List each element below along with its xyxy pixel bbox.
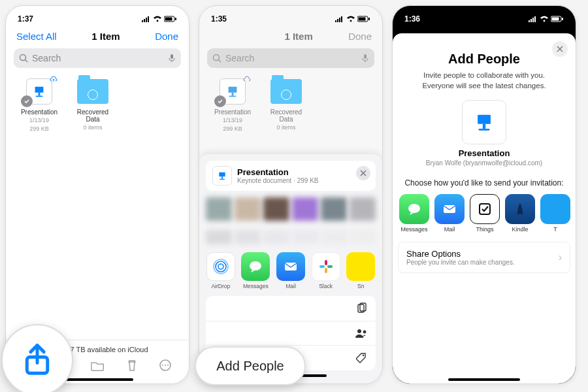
svg-rect-12 xyxy=(35,87,44,93)
app-messages[interactable]: Messages xyxy=(399,194,429,233)
svg-rect-7 xyxy=(175,18,176,20)
file-name: Presentation xyxy=(21,108,57,116)
tag-icon xyxy=(356,352,368,364)
svg-rect-55 xyxy=(531,19,532,22)
select-all-button[interactable]: Select All xyxy=(16,31,57,42)
svg-point-58 xyxy=(544,20,546,22)
svg-rect-34 xyxy=(229,87,237,93)
search-icon xyxy=(212,54,221,63)
app-more[interactable]: T xyxy=(540,194,570,233)
status-time: 1:35 xyxy=(211,14,227,24)
folder-name: Recovered Data xyxy=(263,108,309,123)
app-things[interactable]: Things xyxy=(470,194,500,233)
app-messages[interactable]: Messages xyxy=(241,252,271,289)
airdrop-contacts-row-2[interactable] xyxy=(206,223,376,247)
svg-rect-63 xyxy=(483,124,485,129)
home-indicator[interactable] xyxy=(448,378,520,381)
app-airdrop[interactable]: AirDrop xyxy=(206,252,236,289)
svg-point-52 xyxy=(363,331,367,334)
svg-rect-13 xyxy=(39,93,41,96)
invite-apps-row: Messages Mail Things Kindle T xyxy=(393,188,576,235)
svg-rect-36 xyxy=(229,95,237,97)
action-copy[interactable]: Copy xyxy=(206,296,376,321)
done-button[interactable]: Done xyxy=(155,31,178,42)
svg-rect-64 xyxy=(479,129,490,131)
svg-rect-44 xyxy=(285,263,297,270)
status-bar: 1:37 xyxy=(6,6,189,25)
files-grid: Presentation 1/13/19 299 KB Recovered Da… xyxy=(6,74,189,135)
svg-rect-47 xyxy=(325,268,327,273)
svg-rect-3 xyxy=(148,16,149,22)
app-mail[interactable]: Mail xyxy=(276,252,306,289)
icloud-upload-icon xyxy=(243,76,251,85)
wifi-icon xyxy=(540,16,549,22)
battery-icon xyxy=(164,16,177,22)
grid-item-folder[interactable]: Recovered Data 0 items xyxy=(70,77,116,133)
status-bar: 1:35 xyxy=(199,6,382,25)
search-field[interactable]: Search xyxy=(14,48,181,68)
done-button: Done xyxy=(348,31,372,42)
search-icon xyxy=(19,54,28,63)
share-apps-row: AirDrop Messages Mail Slack Sn xyxy=(206,247,376,292)
svg-point-65 xyxy=(408,204,420,213)
share-item-sub: Keynote document · 299 KB xyxy=(237,177,319,184)
add-people-icon xyxy=(355,328,368,338)
svg-rect-32 xyxy=(364,54,367,59)
close-button[interactable] xyxy=(356,166,370,180)
card-heading: Add People xyxy=(393,52,576,67)
share-options-row[interactable]: Share Options People you invite can make… xyxy=(398,242,570,273)
folder-meta: 0 items xyxy=(83,124,102,131)
svg-rect-2 xyxy=(146,18,147,22)
folder-name: Recovered Data xyxy=(70,108,116,123)
header-title: 1 Item xyxy=(91,31,120,42)
add-people-card: Add People Invite people to collaborate … xyxy=(393,33,576,384)
choose-label: Choose how you'd like to send your invit… xyxy=(393,178,576,188)
file-date: 1/13/19 xyxy=(29,117,49,124)
svg-rect-54 xyxy=(529,20,530,22)
status-time: 1:37 xyxy=(18,14,33,24)
svg-rect-0 xyxy=(142,20,143,22)
app-kindle[interactable]: Kindle xyxy=(505,194,535,233)
header-title: 1 Item xyxy=(284,31,312,42)
share-options-sub: People you invite can make changes. xyxy=(406,259,515,266)
svg-point-4 xyxy=(157,20,159,22)
svg-rect-23 xyxy=(337,19,338,22)
app-slack[interactable]: Slack xyxy=(311,252,341,289)
svg-point-8 xyxy=(20,55,26,61)
svg-rect-10 xyxy=(171,54,173,59)
app-more[interactable]: Sn xyxy=(346,252,376,289)
callout-share-icon xyxy=(1,324,73,392)
svg-point-19 xyxy=(162,365,163,366)
action-add-people[interactable]: Add People xyxy=(206,321,376,346)
close-button[interactable] xyxy=(552,41,568,57)
svg-rect-35 xyxy=(232,93,234,96)
app-mail[interactable]: Mail xyxy=(434,194,465,233)
svg-rect-25 xyxy=(341,16,342,22)
selected-check-icon xyxy=(21,95,33,107)
svg-rect-66 xyxy=(444,205,455,213)
copy-icon xyxy=(356,302,368,314)
file-size: 299 KB xyxy=(29,125,49,133)
more-icon[interactable] xyxy=(159,359,172,372)
grid-item-presentation[interactable]: Presentation 1/13/19 299 KB xyxy=(16,77,62,133)
move-folder-icon[interactable] xyxy=(91,359,105,372)
svg-rect-37 xyxy=(219,172,225,177)
share-sheet-header: Presentation Keynote document · 299 KB xyxy=(206,161,376,191)
folder-icon xyxy=(270,79,302,104)
mic-icon xyxy=(361,54,369,63)
svg-rect-29 xyxy=(368,18,370,20)
svg-rect-28 xyxy=(359,18,366,21)
mic-icon[interactable] xyxy=(168,54,176,63)
svg-rect-38 xyxy=(221,176,223,178)
callout-label: Add People xyxy=(216,359,284,374)
airdrop-contacts-row[interactable] xyxy=(206,191,376,223)
share-icon xyxy=(20,342,55,378)
doc-owner: Bryan Wolfe (bryanmwolfe@icloud.com) xyxy=(393,159,576,167)
home-indicator[interactable] xyxy=(61,378,133,381)
svg-rect-22 xyxy=(335,20,336,22)
files-header: 1 Item Done xyxy=(199,25,382,46)
svg-point-43 xyxy=(250,261,261,270)
callout-add-people: Add People xyxy=(195,346,306,385)
trash-icon[interactable] xyxy=(126,359,138,372)
svg-rect-57 xyxy=(534,16,536,22)
